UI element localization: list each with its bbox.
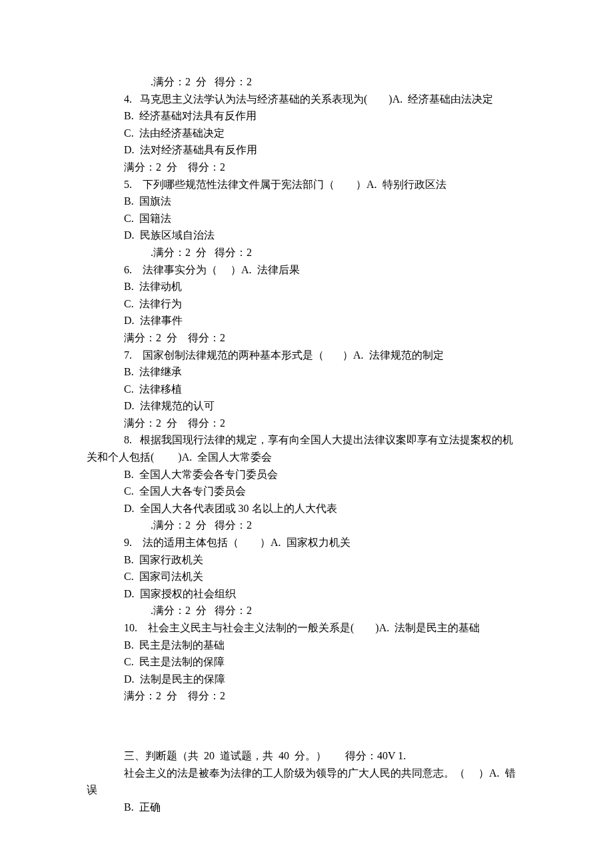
q7-option-b: B. 法律继承 [87,363,526,381]
q8-option-b: B. 全国人大常委会各专门委员会 [87,466,526,483]
document-page: .满分：2 分 得分：2 4. 马克思主义法学认为法与经济基础的关系表现为( )… [0,0,613,868]
q6-option-b: B. 法律动机 [87,278,526,295]
section3-q1-stem-line2: 误 [87,781,526,799]
q5-option-d: D. 民族区域自治法 [87,227,526,244]
q6-score: 满分：2 分 得分：2 [87,329,526,347]
q8-stem-line1: 8. 根据我国现行法律的规定，享有向全国人大提出法律议案即享有立法提案权的机 [87,431,526,449]
q9-option-c: C. 国家司法机关 [87,568,526,585]
section3-q1-option-b: B. 正确 [87,799,526,816]
q10-score: 满分：2 分 得分：2 [87,687,526,705]
q4-score: 满分：2 分 得分：2 [87,159,526,176]
q3-score: .满分：2 分 得分：2 [87,73,526,91]
q8-option-d: D. 全国人大各代表团或 30 名以上的人大代表 [87,500,526,517]
q7-stem: 7. 国家创制法律规范的两种基本形式是（ ）A. 法律规范的制定 [87,347,526,364]
q4-option-c: C. 法由经济基础决定 [87,125,526,142]
q10-option-d: D. 法制是民主的保障 [87,671,526,688]
q5-score: .满分：2 分 得分：2 [87,244,526,261]
q4-stem: 4. 马克思主义法学认为法与经济基础的关系表现为( )A. 经济基础由法决定 [87,91,526,108]
q5-stem: 5. 下列哪些规范性法律文件属于宪法部门（ ）A. 特别行政区法 [87,176,526,193]
section3-header: 三、判断题（共 20 道试题，共 40 分。） 得分：40V 1. [87,747,526,765]
q6-option-c: C. 法律行为 [87,295,526,313]
q4-option-b: B. 经济基础对法具有反作用 [87,107,526,125]
q10-option-c: C. 民主是法制的保障 [87,653,526,671]
q9-score: .满分：2 分 得分：2 [87,602,526,619]
q9-stem: 9. 法的适用主体包括（ ）A. 国家权力机关 [87,534,526,551]
q10-option-b: B. 民主是法制的基础 [87,637,526,654]
q10-stem: 10. 社会主义民主与社会主义法制的一般关系是( )A. 法制是民主的基础 [87,619,526,637]
q8-score: .满分：2 分 得分：2 [87,517,526,534]
q7-score: 满分：2 分 得分：2 [87,415,526,432]
section-gap [87,705,526,747]
q4-option-d: D. 法对经济基础具有反作用 [87,141,526,159]
q9-option-b: B. 国家行政机关 [87,551,526,569]
q5-option-b: B. 国旗法 [87,193,526,210]
q7-option-d: D. 法律规范的认可 [87,397,526,415]
q6-option-d: D. 法律事件 [87,312,526,329]
q8-option-c: C. 全国人大各专门委员会 [87,483,526,500]
q7-option-c: C. 法律移植 [87,381,526,398]
q5-option-c: C. 国籍法 [87,210,526,227]
q9-option-d: D. 国家授权的社会组织 [87,585,526,603]
section3-q1-stem-line1: 社会主义的法是被奉为法律的工人阶级为领导的广大人民的共同意志。（ ）A. 错 [87,765,526,782]
q8-stem-line2: 关和个人包括( )A. 全国人大常委会 [87,449,526,466]
q6-stem: 6. 法律事实分为（ ）A. 法律后果 [87,261,526,279]
